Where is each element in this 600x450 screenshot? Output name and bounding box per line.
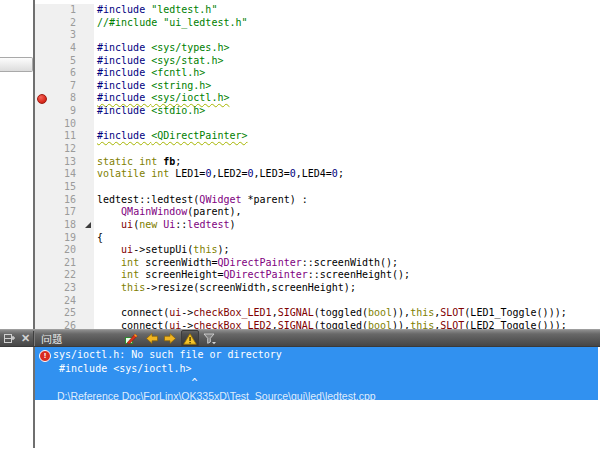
code-line[interactable]: 5#include <sys/stat.h> [35, 55, 600, 68]
code-text: ui(new Ui::ledtest) [94, 219, 236, 232]
fold-cell [81, 232, 94, 245]
left-sidebar [0, 0, 33, 450]
fold-cell [81, 282, 94, 295]
line-number: 8 [49, 92, 81, 105]
next-item-button[interactable] [162, 330, 178, 347]
marker-cell [35, 219, 49, 232]
issue-caret-line: ^ [35, 375, 598, 389]
code-line[interactable]: 7#include <string.h> [35, 80, 600, 93]
line-number: 4 [49, 42, 81, 55]
code-line[interactable]: 19{ [35, 232, 600, 245]
filter-button[interactable] [201, 330, 218, 347]
code-line[interactable]: 1#include "ledtest.h" [35, 4, 600, 17]
code-line[interactable]: 21 int screenWidth=QDirectPainter::scree… [35, 257, 600, 270]
marker-cell [35, 105, 49, 118]
code-line[interactable]: 25 connect(ui->checkBox_LED1,SIGNAL(togg… [35, 307, 600, 320]
fold-cell [81, 80, 94, 93]
previous-item-button[interactable] [144, 330, 160, 347]
line-number: 10 [49, 118, 81, 131]
code-line[interactable]: 24 [35, 295, 600, 308]
line-number: 12 [49, 143, 81, 156]
code-line[interactable]: 4#include <sys/types.h> [35, 42, 600, 55]
fold-cell [81, 4, 94, 17]
marker-cell [35, 307, 49, 320]
show-warnings-toggle[interactable] [181, 330, 199, 347]
code-line[interactable]: 11#include <QDirectPainter> [35, 130, 600, 143]
line-number: 6 [49, 67, 81, 80]
clean-issues-button[interactable] [123, 330, 140, 347]
code-line[interactable]: 6#include <fcntl.h> [35, 67, 600, 80]
fold-marker-icon[interactable] [81, 219, 94, 232]
output-pane-toolbar: ✕ 问题 [0, 329, 600, 347]
marker-cell [35, 320, 49, 329]
marker-cell [35, 4, 49, 17]
issue-file-path: D:\Reference Doc\ForLinx\OK335xD\Test_So… [35, 390, 598, 402]
error-icon: ! [39, 350, 51, 362]
code-line[interactable]: 18 ui(new Ui::ledtest) [35, 219, 600, 232]
code-line[interactable]: 22 int screenHeight=QDirectPainter::scre… [35, 269, 600, 282]
code-text: #include <stdio.h> [94, 105, 205, 118]
code-line[interactable]: 16ledtest::ledtest(QWidget *parent) : [35, 194, 600, 207]
line-number: 9 [49, 105, 81, 118]
code-text: static int fb; [94, 156, 181, 169]
line-number: 11 [49, 130, 81, 143]
line-number: 23 [49, 282, 81, 295]
code-line[interactable]: 8#include <sys/ioctl.h> [35, 92, 600, 105]
code-line[interactable]: 20 ui->setupUi(this); [35, 244, 600, 257]
code-text: #include <sys/stat.h> [94, 55, 223, 68]
marker-cell [35, 269, 49, 282]
code-text: this->resize(screenWidth,screenHeight); [94, 282, 356, 295]
fold-cell [81, 181, 94, 194]
code-line[interactable]: 14volatile int LED1=0,LED2=0,LED3=0,LED4… [35, 168, 600, 181]
fold-cell [81, 17, 94, 30]
code-text: #include <sys/types.h> [94, 42, 229, 55]
code-text: volatile int LED1=0,LED2=0,LED3=0,LED4=0… [94, 168, 344, 181]
code-line[interactable]: 26 connect(ui->checkBox_LED2,SIGNAL(togg… [35, 320, 600, 329]
code-text: int screenHeight=QDirectPainter::screenH… [94, 269, 410, 282]
marker-cell [35, 130, 49, 143]
split-pane-button[interactable] [2, 330, 18, 347]
code-text: QMainWindow(parent), [94, 206, 242, 219]
code-line[interactable]: 23 this->resize(screenWidth,screenHeight… [35, 282, 600, 295]
fold-cell [81, 257, 94, 270]
code-line[interactable]: 17 QMainWindow(parent), [35, 206, 600, 219]
line-number: 5 [49, 55, 81, 68]
marker-cell [35, 67, 49, 80]
line-number: 14 [49, 168, 81, 181]
code-text: //#include "ui_ledtest.h" [94, 17, 248, 30]
line-number: 25 [49, 307, 81, 320]
code-line[interactable]: 13static int fb; [35, 156, 600, 169]
code-line[interactable]: 2//#include "ui_ledtest.h" [35, 17, 600, 30]
fold-cell [81, 92, 94, 105]
line-number: 20 [49, 244, 81, 257]
code-line[interactable]: 3 [35, 29, 600, 42]
fold-cell [81, 206, 94, 219]
fold-cell [81, 194, 94, 207]
line-number: 26 [49, 320, 81, 329]
code-editor[interactable]: 1#include "ledtest.h"2//#include "ui_led… [35, 0, 600, 329]
next-item-icon [164, 333, 176, 344]
fold-cell [81, 320, 94, 329]
left-panel-handle[interactable] [0, 57, 33, 72]
warning-icon [183, 333, 197, 345]
filter-icon [203, 333, 217, 345]
code-text: #include <fcntl.h> [94, 67, 205, 80]
toolbar-separator [33, 331, 34, 346]
code-line[interactable]: 9#include <stdio.h> [35, 105, 600, 118]
code-text: { [94, 232, 103, 245]
error-marker-icon[interactable] [35, 92, 49, 105]
marker-cell [35, 257, 49, 270]
fold-cell [81, 295, 94, 308]
code-line[interactable]: 12 [35, 143, 600, 156]
code-line[interactable]: 10 [35, 118, 600, 131]
fold-cell [81, 118, 94, 131]
line-number: 3 [49, 29, 81, 42]
issue-list-item-selected[interactable]: ! sys/ioctl.h: No such file or directory… [35, 347, 598, 400]
code-line[interactable]: 15 [35, 181, 600, 194]
close-pane-button[interactable]: ✕ [19, 330, 32, 347]
fold-cell [81, 105, 94, 118]
marker-cell [35, 17, 49, 30]
line-number: 22 [49, 269, 81, 282]
fold-cell [81, 55, 94, 68]
line-number: 13 [49, 156, 81, 169]
